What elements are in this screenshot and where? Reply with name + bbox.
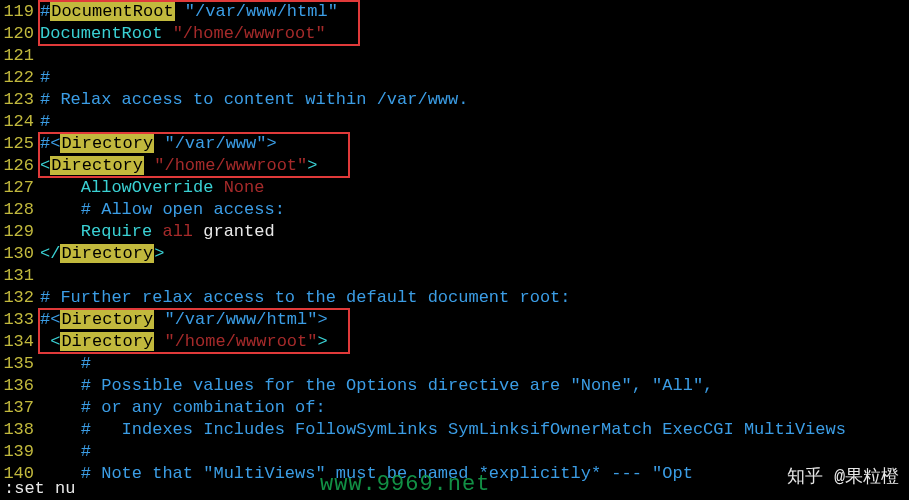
token: "/var/www/html"> (154, 310, 327, 329)
line-number: 139 (0, 441, 40, 463)
line-number: 136 (0, 375, 40, 397)
line-content: # Note that "MultiViews" must be named *… (40, 463, 909, 485)
code-line[interactable]: 123# Relax access to content within /var… (0, 89, 909, 111)
line-number: 127 (0, 177, 40, 199)
token: AllowOverride (81, 178, 214, 197)
code-line[interactable]: 130</Directory> (0, 243, 909, 265)
code-line[interactable]: 119#DocumentRoot "/var/www/html" (0, 1, 909, 23)
code-line[interactable]: 127 AllowOverride None (0, 177, 909, 199)
token: "/var/www/html" (175, 2, 338, 21)
token: "/var/www"> (154, 134, 276, 153)
line-number: 132 (0, 287, 40, 309)
token: # Note that "MultiViews" must be named *… (40, 464, 693, 483)
line-content: Require all granted (40, 221, 909, 243)
command-text: :set nu (4, 478, 75, 500)
token: Directory (60, 332, 154, 351)
code-line[interactable]: 137 # or any combination of: (0, 397, 909, 419)
token: # or any combination of: (40, 398, 326, 417)
token: Directory (60, 244, 154, 263)
line-number: 123 (0, 89, 40, 111)
line-content: <Directory "/home/wwwroot"> (40, 331, 909, 353)
token (40, 222, 81, 241)
token: < (40, 156, 50, 175)
token: # Further relax access to the default do… (40, 288, 571, 307)
token: > (307, 156, 317, 175)
line-number: 131 (0, 265, 40, 287)
code-line[interactable]: 134 <Directory "/home/wwwroot"> (0, 331, 909, 353)
line-content: DocumentRoot "/home/wwwroot" (40, 23, 909, 45)
line-content: # (40, 353, 909, 375)
line-number: 138 (0, 419, 40, 441)
token: # (40, 2, 50, 21)
token: DocumentRoot (40, 24, 162, 43)
token: # Indexes Includes FollowSymLinks SymLin… (40, 420, 846, 439)
code-line[interactable]: 139 # (0, 441, 909, 463)
editor-viewport[interactable]: 119#DocumentRoot "/var/www/html"120Docum… (0, 0, 909, 485)
code-line[interactable]: 125#<Directory "/var/www"> (0, 133, 909, 155)
line-content: # (40, 111, 909, 133)
code-line[interactable]: 132# Further relax access to the default… (0, 287, 909, 309)
line-content: # Allow open access: (40, 199, 909, 221)
token: </ (40, 244, 60, 263)
code-line[interactable]: 124# (0, 111, 909, 133)
line-number: 122 (0, 67, 40, 89)
line-number: 119 (0, 1, 40, 23)
token: #< (40, 134, 60, 153)
token: < (40, 332, 60, 351)
code-line[interactable]: 135 # (0, 353, 909, 375)
line-content: </Directory> (40, 243, 909, 265)
line-content: <Directory "/home/wwwroot"> (40, 155, 909, 177)
line-content: AllowOverride None (40, 177, 909, 199)
code-line[interactable]: 129 Require all granted (0, 221, 909, 243)
code-line[interactable]: 120DocumentRoot "/home/wwwroot" (0, 23, 909, 45)
token (40, 178, 81, 197)
code-line[interactable]: 121 (0, 45, 909, 67)
token (193, 222, 203, 241)
token: # (40, 354, 91, 373)
token: DocumentRoot (50, 2, 174, 21)
line-number: 120 (0, 23, 40, 45)
line-content: #<Directory "/var/www"> (40, 133, 909, 155)
token: "/home/wwwroot" (154, 156, 307, 175)
line-number: 121 (0, 45, 40, 67)
line-number: 137 (0, 397, 40, 419)
token: #< (40, 310, 60, 329)
line-number: 133 (0, 309, 40, 331)
line-content: # Further relax access to the default do… (40, 287, 909, 309)
line-content: # (40, 67, 909, 89)
code-line[interactable]: 128 # Allow open access: (0, 199, 909, 221)
line-number: 128 (0, 199, 40, 221)
token: # (40, 68, 50, 87)
code-line[interactable]: 133#<Directory "/var/www/html"> (0, 309, 909, 331)
token: Directory (60, 134, 154, 153)
line-content: #DocumentRoot "/var/www/html" (40, 1, 909, 23)
code-line[interactable]: 122# (0, 67, 909, 89)
line-number: 135 (0, 353, 40, 375)
code-line[interactable]: 136 # Possible values for the Options di… (0, 375, 909, 397)
token (213, 178, 223, 197)
token: Directory (50, 156, 144, 175)
line-content: # or any combination of: (40, 397, 909, 419)
token (152, 222, 162, 241)
code-line[interactable]: 131 (0, 265, 909, 287)
token: # Allow open access: (40, 200, 285, 219)
line-content: # Relax access to content within /var/ww… (40, 89, 909, 111)
line-number: 124 (0, 111, 40, 133)
code-line[interactable]: 126<Directory "/home/wwwroot"> (0, 155, 909, 177)
line-content: #<Directory "/var/www/html"> (40, 309, 909, 331)
line-number: 134 (0, 331, 40, 353)
token (154, 332, 164, 351)
token: "/home/wwwroot" (173, 24, 326, 43)
token (162, 24, 172, 43)
token: "/home/wwwroot" (164, 332, 317, 351)
token: > (154, 244, 164, 263)
code-line[interactable]: 140 # Note that "MultiViews" must be nam… (0, 463, 909, 485)
line-number: 130 (0, 243, 40, 265)
line-content: # Indexes Includes FollowSymLinks SymLin… (40, 419, 909, 441)
line-number: 129 (0, 221, 40, 243)
line-content: # Possible values for the Options direct… (40, 375, 909, 397)
line-content: # (40, 441, 909, 463)
code-line[interactable]: 138 # Indexes Includes FollowSymLinks Sy… (0, 419, 909, 441)
vim-command-line[interactable]: :set nu (0, 478, 75, 500)
token (144, 156, 154, 175)
